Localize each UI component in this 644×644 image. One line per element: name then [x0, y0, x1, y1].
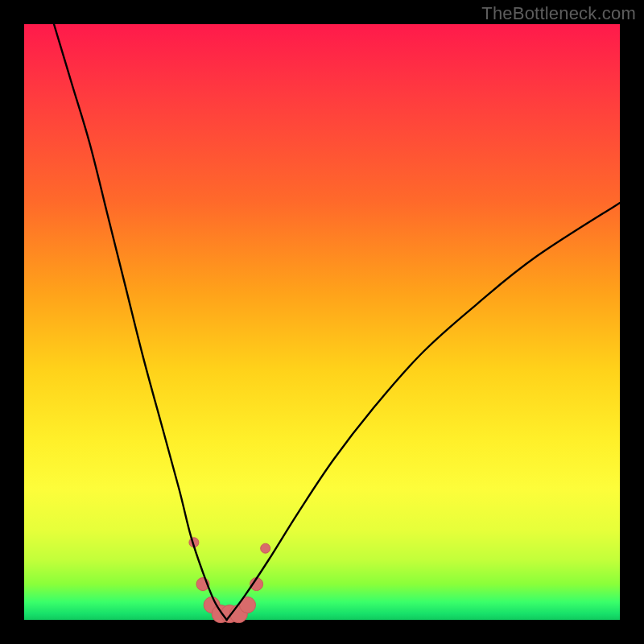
curve-right-branch [227, 203, 620, 620]
chart-frame: TheBottleneck.com [0, 0, 644, 644]
marker-group [189, 538, 270, 623]
watermark-text: TheBottleneck.com [481, 3, 636, 24]
curve-layer [24, 24, 620, 620]
marker-dot [261, 543, 270, 553]
curve-left-branch [54, 24, 227, 620]
plot-area [24, 24, 620, 620]
